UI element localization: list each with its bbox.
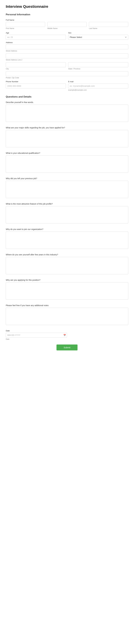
question-label-2: What are your major skills regarding the… xyxy=(6,126,128,129)
date-label: Date xyxy=(6,330,128,332)
phone-email-row: Phone Number E-mail example@example.com xyxy=(6,80,128,91)
postal-input[interactable] xyxy=(6,71,128,76)
question-group-3: What is your educational qualification? xyxy=(6,152,128,173)
submit-container: Submit xyxy=(6,344,128,350)
street-address-2-label: Street Address Line 2 xyxy=(6,59,128,61)
email-col: E-mail example@example.com xyxy=(68,80,128,91)
street-address-wrapper: Street Address xyxy=(6,44,128,52)
question-group-1: Describe yourself in few words. xyxy=(6,101,128,122)
question-textarea-5[interactable] xyxy=(6,206,128,224)
city-state-row: City State / Province xyxy=(6,62,128,70)
question-label-9: Please feel free if you have any additio… xyxy=(6,304,128,306)
question-label-8: Why are you applying for this position? xyxy=(6,279,128,281)
phone-input[interactable] xyxy=(6,84,66,88)
full-name-label: Full Name xyxy=(6,19,128,21)
page-title: Interview Questionnaire xyxy=(6,4,128,9)
age-col: Age xyxy=(6,32,66,40)
last-name-col: Last Name xyxy=(89,22,128,30)
state-col: State / Province xyxy=(68,62,128,70)
question-textarea-1[interactable] xyxy=(6,104,128,122)
questions-section-title: Questions and Details xyxy=(6,95,128,98)
question-label-4: Why did you left your previous job? xyxy=(6,177,128,180)
email-label: E-mail xyxy=(68,80,128,83)
first-name-input[interactable] xyxy=(6,22,45,27)
question-label-7: Where do you see yourself after few year… xyxy=(6,254,128,256)
postal-label: Postal / Zip Code xyxy=(6,77,128,79)
postal-wrapper: Postal / Zip Code xyxy=(6,71,128,79)
last-name-input[interactable] xyxy=(89,22,128,27)
street-address-label: Street Address xyxy=(6,50,128,52)
question-textarea-8[interactable] xyxy=(6,282,128,300)
middle-name-label: Middle Name xyxy=(47,28,87,30)
sex-select[interactable]: Please Select Male Female Other xyxy=(68,35,128,40)
date-group: Date 📅 Date xyxy=(6,330,128,340)
street-address-input[interactable] xyxy=(6,44,128,49)
question-textarea-6[interactable] xyxy=(6,232,128,249)
city-col: City xyxy=(6,62,66,70)
question-label-3: What is your educational qualification? xyxy=(6,152,128,154)
question-group-8: Why are you applying for this position? xyxy=(6,279,128,300)
email-helper: example@example.com xyxy=(68,89,128,91)
question-textarea-9[interactable] xyxy=(6,308,128,325)
street-address-2-input[interactable] xyxy=(6,54,128,58)
question-label-6: Why do you want to join our organization… xyxy=(6,228,128,230)
date-input-wrapper: 📅 xyxy=(6,333,67,338)
state-label: State / Province xyxy=(68,68,128,70)
submit-button[interactable]: Submit xyxy=(56,344,78,350)
question-textarea-4[interactable] xyxy=(6,181,128,198)
age-input[interactable] xyxy=(6,35,66,40)
age-label: Age xyxy=(6,32,66,34)
age-sex-row: Age Sex Please Select Male Female Other xyxy=(6,32,128,40)
questions-section: Questions and Details Describe yourself … xyxy=(6,95,128,340)
question-label-5: What is the most attractive feature of t… xyxy=(6,203,128,205)
city-label: City xyxy=(6,68,66,70)
phone-col: Phone Number xyxy=(6,80,66,91)
question-label-1: Describe yourself in few words. xyxy=(6,101,128,104)
question-group-4: Why did you left your previous job? xyxy=(6,177,128,199)
personal-information-section: Personal Information Full Name First Nam… xyxy=(6,13,128,91)
phone-label: Phone Number xyxy=(6,80,66,83)
full-name-group: Full Name First Name Middle Name Last Na… xyxy=(6,19,128,30)
first-name-label: First Name xyxy=(6,28,45,30)
question-textarea-2[interactable] xyxy=(6,130,128,147)
email-input[interactable] xyxy=(68,84,128,88)
address-group: Address Street Address Street Address Li… xyxy=(6,42,128,79)
question-group-2: What are your major skills regarding the… xyxy=(6,126,128,148)
city-input[interactable] xyxy=(6,62,66,67)
state-input[interactable] xyxy=(68,62,128,67)
question-textarea-7[interactable] xyxy=(6,257,128,274)
middle-name-col: Middle Name xyxy=(47,22,87,30)
sex-col: Sex Please Select Male Female Other xyxy=(68,32,128,40)
street-address-2-wrapper: Street Address Line 2 xyxy=(6,54,128,61)
first-name-col: First Name xyxy=(6,22,45,30)
date-input[interactable] xyxy=(6,333,67,338)
question-group-5: What is the most attractive feature of t… xyxy=(6,203,128,224)
date-sublabel: Date xyxy=(6,338,128,340)
last-name-label: Last Name xyxy=(89,28,128,30)
question-group-6: Why do you want to join our organization… xyxy=(6,228,128,250)
question-group-7: Where do you see yourself after few year… xyxy=(6,254,128,275)
personal-info-title: Personal Information xyxy=(6,13,128,16)
question-group-9: Please feel free if you have any additio… xyxy=(6,304,128,326)
sex-label: Sex xyxy=(68,32,128,34)
question-textarea-3[interactable] xyxy=(6,155,128,173)
middle-name-input[interactable] xyxy=(47,22,87,27)
address-label: Address xyxy=(6,42,128,44)
full-name-row: First Name Middle Name Last Name xyxy=(6,22,128,30)
